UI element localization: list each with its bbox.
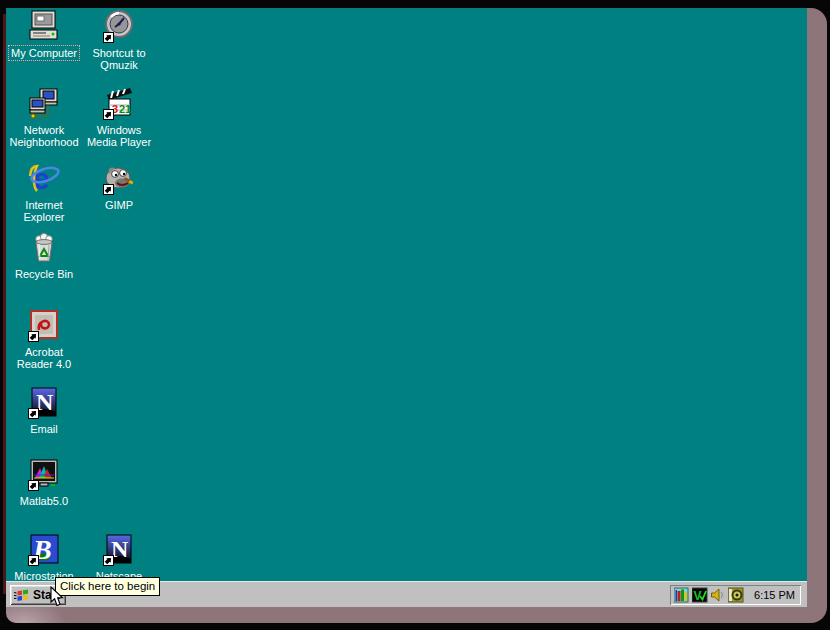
microstation-icon: B: [28, 533, 60, 565]
internet-explorer-icon: e: [28, 162, 60, 194]
gimp-icon: [103, 162, 135, 194]
desktop-icon-internet-explorer[interactable]: e Internet Explorer: [6, 162, 82, 225]
recycle-bin-icon: [28, 231, 60, 263]
icon-label: Matlab5.0: [17, 493, 71, 509]
my-computer-icon: [28, 10, 60, 42]
desktop-icon-email[interactable]: N Email: [6, 386, 82, 437]
netscape-icon: N: [103, 533, 135, 565]
desktop-icon-windows-media-player[interactable]: 3 21 Windows Media Player: [81, 87, 157, 150]
netscape-mail-icon: N: [28, 386, 60, 418]
desktop-icon-gimp[interactable]: GIMP: [81, 162, 157, 213]
shortcut-arrow-icon: [28, 408, 39, 419]
icon-label: Windows Media Player: [81, 122, 157, 150]
icon-label: Email: [27, 421, 61, 437]
network-neighborhood-icon: [28, 87, 60, 119]
qmuzik-shortcut-icon: [103, 10, 135, 42]
mouse-cursor-icon: [50, 586, 65, 607]
matlab-icon: [28, 458, 60, 490]
desktop-icon-recycle-bin[interactable]: Recycle Bin: [6, 231, 82, 282]
icon-label: GIMP: [102, 197, 136, 213]
system-resource-meter-icon[interactable]: [674, 587, 690, 603]
icon-label: My Computer: [8, 45, 80, 61]
shortcut-arrow-icon: [103, 184, 114, 195]
svg-text:V: V: [694, 589, 702, 603]
desktop-icon-matlab[interactable]: Matlab5.0: [6, 458, 82, 509]
icon-label: Acrobat Reader 4.0: [6, 344, 82, 372]
shortcut-arrow-icon: [103, 109, 114, 120]
icon-label: Shortcut to Qmuzik: [81, 45, 157, 73]
windows-media-player-icon: 3 21: [103, 87, 135, 119]
icon-label: Recycle Bin: [12, 266, 76, 282]
shortcut-arrow-icon: [28, 555, 39, 566]
start-button-tooltip: Click here to begin: [55, 577, 160, 596]
tray-clock[interactable]: 6:15 PM: [754, 589, 795, 601]
shortcut-arrow-icon: [28, 331, 39, 342]
svg-text:21: 21: [119, 103, 131, 115]
desktop-icon-network-neighborhood[interactable]: Network Neighborhood: [6, 87, 82, 150]
icon-label: Internet Explorer: [6, 197, 82, 225]
crt-photo-frame: My Computer Shortcut to Qmuzik: [0, 0, 830, 630]
vshield-antivirus-icon[interactable]: V: [692, 587, 708, 603]
desktop-icon-acrobat-reader[interactable]: Acrobat Reader 4.0: [6, 309, 82, 372]
desktop-icon-my-computer[interactable]: My Computer: [6, 10, 82, 61]
acrobat-reader-icon: [28, 309, 60, 341]
shortcut-arrow-icon: [103, 555, 114, 566]
icon-label: Network Neighborhood: [6, 122, 82, 150]
display-adapter-icon[interactable]: [728, 587, 744, 603]
system-tray: V 6:15 PM: [670, 585, 801, 605]
volume-icon[interactable]: [710, 587, 726, 603]
windows-logo-icon: [14, 588, 30, 603]
shortcut-arrow-icon: [103, 32, 114, 43]
desktop-icon-qmuzik[interactable]: Shortcut to Qmuzik: [81, 10, 157, 73]
screen: My Computer Shortcut to Qmuzik: [6, 8, 807, 607]
shortcut-arrow-icon: [28, 480, 39, 491]
